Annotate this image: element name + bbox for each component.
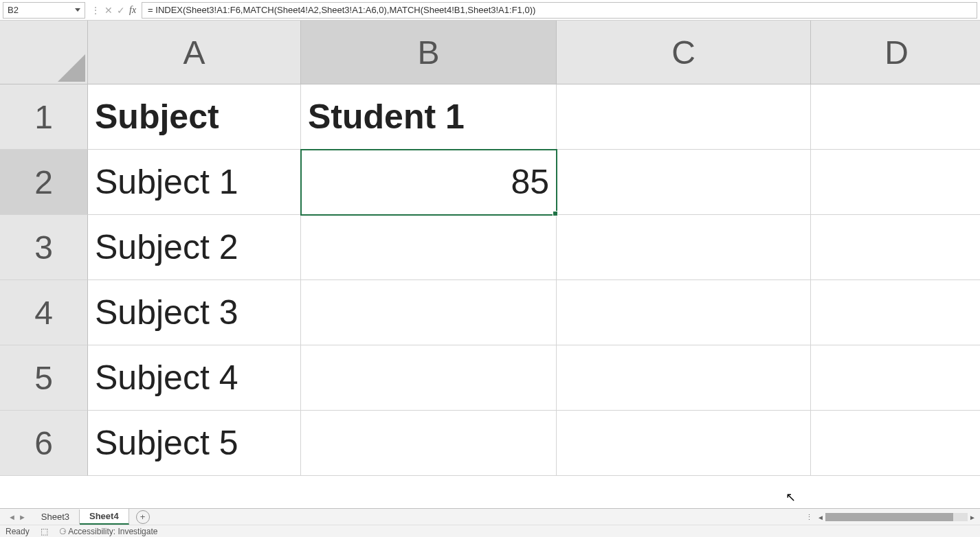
grid-container: A B C D 1 Subject Student 1 2 Subject 1 … — [0, 21, 980, 508]
cell-b2[interactable]: 85 — [301, 150, 557, 215]
sheet-tab-sheet4[interactable]: Sheet4 — [80, 509, 129, 525]
cancel-icon[interactable]: ✕ — [104, 5, 113, 16]
cell-c1[interactable] — [557, 84, 811, 150]
name-box[interactable]: B2 — [3, 2, 85, 19]
hscroll-dots-icon[interactable]: ⋮ — [805, 513, 813, 522]
row-header-6[interactable]: 6 — [0, 411, 88, 476]
cell-c4[interactable] — [557, 280, 811, 345]
row-header-3[interactable]: 3 — [0, 215, 88, 280]
tab-nav-buttons: ◄ ► — [3, 513, 32, 521]
formula-text: = INDEX(Sheet3!A1:F6,MATCH(Sheet4!A2,She… — [148, 5, 535, 15]
name-box-value: B2 — [8, 5, 19, 15]
cell-d1[interactable] — [811, 84, 980, 150]
select-all-corner[interactable] — [0, 21, 88, 84]
hscroll-right-icon[interactable]: ► — [968, 514, 977, 521]
cell-a6[interactable]: Subject 5 — [88, 411, 301, 476]
cell-a4[interactable]: Subject 3 — [88, 280, 301, 345]
tab-nav-prev-icon[interactable]: ◄ — [8, 513, 16, 521]
hscroll-track[interactable] — [825, 513, 968, 521]
cell-b5[interactable] — [301, 345, 557, 411]
status-ready: Ready — [5, 527, 30, 536]
cell-b1[interactable]: Student 1 — [301, 84, 557, 150]
accessibility-label: Accessibility: Investigate — [68, 527, 157, 536]
col-header-c[interactable]: C — [557, 21, 811, 84]
status-accessibility[interactable]: ⚆ Accessibility: Investigate — [59, 527, 158, 536]
cell-b6[interactable] — [301, 411, 557, 476]
cell-b4[interactable] — [301, 280, 557, 345]
accessibility-icon: ⚆ — [59, 527, 67, 536]
cell-c3[interactable] — [557, 215, 811, 280]
cell-a2[interactable]: Subject 1 — [88, 150, 301, 215]
cell-a1[interactable]: Subject — [88, 84, 301, 150]
cell-a3[interactable]: Subject 2 — [88, 215, 301, 280]
formula-icons: ⋮ ✕ ✓ fx — [85, 5, 142, 16]
cell-d2[interactable] — [811, 150, 980, 215]
hscroll-thumb[interactable] — [825, 513, 953, 521]
sheet-tab-sheet3[interactable]: Sheet3 — [32, 510, 80, 524]
status-bar: Ready ⬚ ⚆ Accessibility: Investigate — [0, 525, 980, 537]
cell-b3[interactable] — [301, 215, 557, 280]
row-header-5[interactable]: 5 — [0, 345, 88, 411]
row-header-2[interactable]: 2 — [0, 150, 88, 215]
cell-d5[interactable] — [811, 345, 980, 411]
vertical-dots-icon[interactable]: ⋮ — [91, 5, 100, 16]
row-header-1[interactable]: 1 — [0, 84, 88, 150]
macro-record-icon[interactable]: ⬚ — [41, 527, 48, 536]
mouse-cursor-icon: ↖ — [786, 490, 796, 505]
row-header-4[interactable]: 4 — [0, 280, 88, 345]
cell-d4[interactable] — [811, 280, 980, 345]
formula-input[interactable]: = INDEX(Sheet3!A1:F6,MATCH(Sheet4!A2,She… — [142, 2, 977, 19]
cell-d3[interactable] — [811, 215, 980, 280]
spreadsheet-grid: A B C D 1 Subject Student 1 2 Subject 1 … — [0, 21, 980, 476]
sheet-tab-bar: ◄ ► Sheet3 Sheet4 + ⋮ ◄ ► — [0, 508, 980, 525]
add-sheet-button[interactable]: + — [136, 510, 150, 524]
cell-c6[interactable] — [557, 411, 811, 476]
horizontal-scrollbar[interactable]: ⋮ ◄ ► — [805, 512, 977, 522]
tab-nav-next-icon[interactable]: ► — [19, 513, 26, 521]
cell-c2[interactable] — [557, 150, 811, 215]
check-icon[interactable]: ✓ — [117, 5, 125, 16]
cell-a5[interactable]: Subject 4 — [88, 345, 301, 411]
hscroll-left-icon[interactable]: ◄ — [816, 514, 825, 521]
col-header-d[interactable]: D — [811, 21, 980, 84]
cell-d6[interactable] — [811, 411, 980, 476]
fx-icon[interactable]: fx — [129, 5, 136, 16]
col-header-a[interactable]: A — [88, 21, 301, 84]
cell-c5[interactable] — [557, 345, 811, 411]
col-header-b[interactable]: B — [301, 21, 557, 84]
name-box-dropdown-icon[interactable] — [75, 8, 80, 12]
formula-bar: B2 ⋮ ✕ ✓ fx = INDEX(Sheet3!A1:F6,MATCH(S… — [0, 0, 980, 21]
